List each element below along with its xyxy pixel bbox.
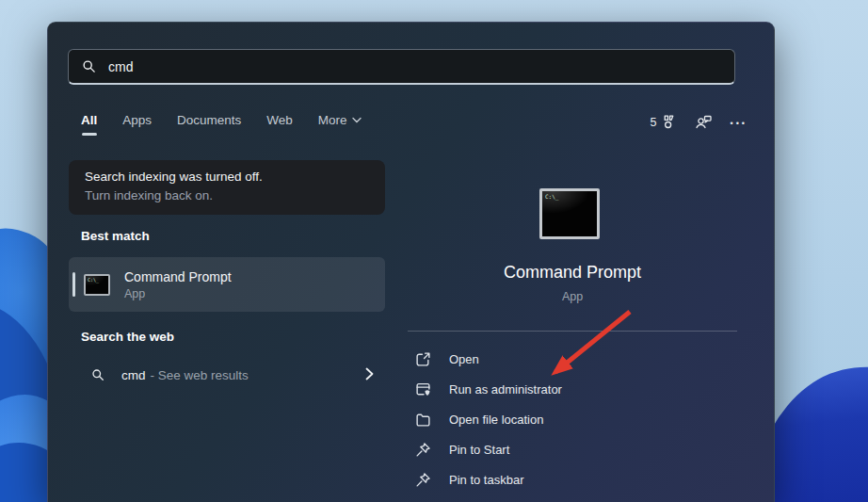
chevron-right-icon[interactable] xyxy=(365,367,374,381)
rewards-count: 5 xyxy=(651,116,657,129)
best-match-result-command-prompt[interactable]: C:\_ Command Prompt App xyxy=(69,257,385,312)
preview-title: Command Prompt xyxy=(408,263,737,283)
notification-title: Search indexing was turned off. xyxy=(85,170,369,184)
windows-search-panel: All Apps Documents Web More xyxy=(47,22,775,502)
search-web-heading: Search the web xyxy=(81,330,174,344)
tab-web[interactable]: Web xyxy=(266,113,293,127)
divider xyxy=(408,331,737,332)
header-icons: 5 ••• xyxy=(651,114,747,130)
turn-indexing-on-link[interactable]: Turn indexing back on. xyxy=(85,188,369,202)
folder-icon xyxy=(415,412,431,428)
action-run-as-administrator[interactable]: Run as administrator xyxy=(415,374,562,404)
pin-icon xyxy=(415,442,431,458)
command-prompt-icon: C:\_ xyxy=(84,274,110,296)
action-pin-to-start[interactable]: Pin to Start xyxy=(415,434,562,464)
context-actions: Open Run as administrator Open file loca… xyxy=(415,344,562,494)
preview-subtitle: App xyxy=(408,290,737,303)
tab-all[interactable]: All xyxy=(81,113,97,136)
run-as-admin-icon xyxy=(415,381,431,397)
search-icon xyxy=(91,368,104,381)
search-box[interactable] xyxy=(68,49,735,85)
search-filter-tabs: All Apps Documents Web More xyxy=(81,113,362,136)
desktop: All Apps Documents Web More xyxy=(0,0,868,502)
web-suffix: - See web results xyxy=(151,368,249,382)
command-prompt-icon-large: C:\_ xyxy=(539,188,600,239)
person-chat-icon xyxy=(695,114,713,130)
action-pin-to-taskbar[interactable]: Pin to taskbar xyxy=(415,464,562,494)
tab-apps[interactable]: Apps xyxy=(122,113,152,127)
feedback-button[interactable] xyxy=(695,114,713,130)
more-options-button[interactable]: ••• xyxy=(731,117,747,128)
web-query: cmd xyxy=(121,368,146,382)
result-title: Command Prompt xyxy=(124,269,232,284)
rewards-button[interactable]: 5 xyxy=(651,114,677,130)
chevron-down-icon xyxy=(352,117,362,123)
action-open-file-location[interactable]: Open file location xyxy=(415,404,562,434)
tab-documents[interactable]: Documents xyxy=(177,113,241,127)
search-icon xyxy=(82,59,96,73)
tab-more[interactable]: More xyxy=(318,113,362,127)
web-search-result[interactable]: cmd- See web results xyxy=(69,358,385,392)
rewards-medal-icon xyxy=(661,114,677,130)
open-external-icon xyxy=(415,351,431,367)
selection-indicator xyxy=(72,272,75,297)
action-open[interactable]: Open xyxy=(415,344,562,374)
active-tab-underline xyxy=(82,133,97,136)
result-subtitle: App xyxy=(124,287,232,300)
pin-icon xyxy=(415,472,431,488)
indexing-notification: Search indexing was turned off. Turn ind… xyxy=(69,160,385,215)
best-match-heading: Best match xyxy=(81,229,150,243)
search-input[interactable] xyxy=(108,59,673,74)
